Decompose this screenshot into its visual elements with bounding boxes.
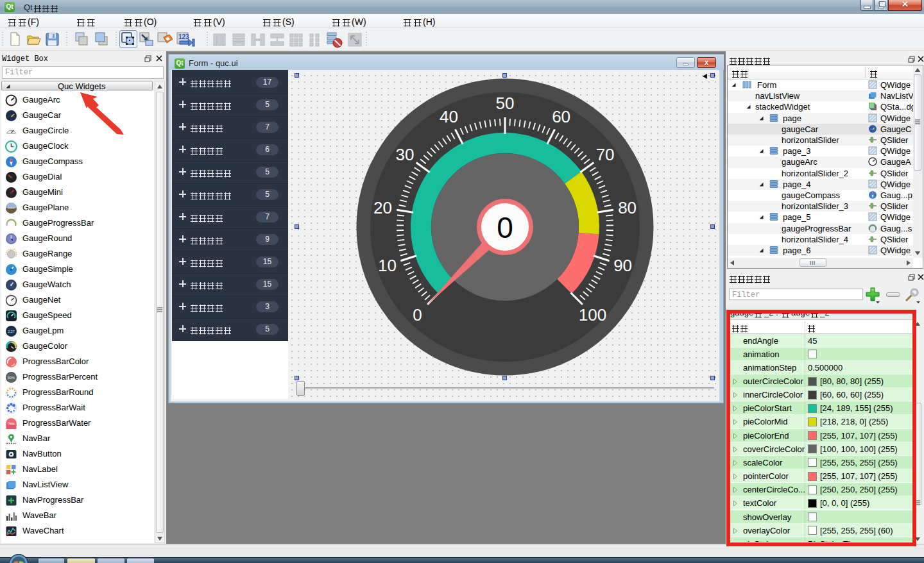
svg-text:2.27: 2.27 — [8, 330, 15, 333]
svg-text:30: 30 — [395, 145, 414, 164]
svg-text:80: 80 — [618, 198, 637, 217]
svg-text:70: 70 — [596, 145, 615, 164]
svg-text:123: 123 — [178, 33, 189, 40]
svg-text:50%: 50% — [8, 376, 15, 380]
svg-text:50: 50 — [496, 94, 515, 113]
svg-text:40: 40 — [440, 107, 458, 126]
svg-text:20: 20 — [373, 198, 392, 217]
svg-text:0: 0 — [413, 305, 422, 324]
svg-text:90: 90 — [613, 256, 632, 275]
svg-text:100: 100 — [579, 305, 606, 324]
svg-text:74%: 74% — [8, 422, 15, 426]
svg-text:0: 0 — [497, 211, 513, 244]
svg-text:10: 10 — [378, 256, 397, 275]
svg-text:60: 60 — [552, 107, 570, 126]
